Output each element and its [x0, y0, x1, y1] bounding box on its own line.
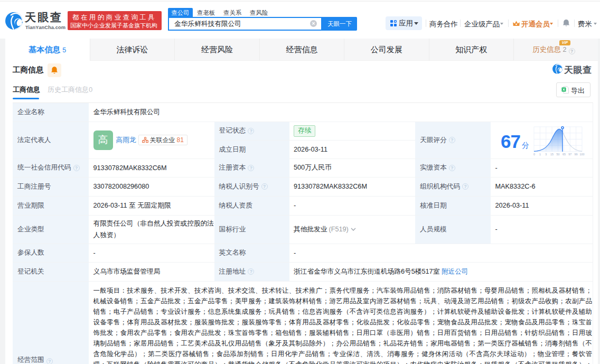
svg-text:1: 1 [539, 153, 541, 156]
svg-text:0: 0 [533, 153, 535, 156]
svg-text:3: 3 [545, 153, 547, 156]
svg-text:65: 65 [562, 153, 566, 156]
svg-text:97: 97 [568, 153, 571, 156]
svg-text:100: 100 [580, 153, 585, 156]
svg-text:50: 50 [557, 153, 560, 156]
svg-text:15: 15 [550, 153, 554, 156]
svg-text:99: 99 [575, 153, 578, 156]
